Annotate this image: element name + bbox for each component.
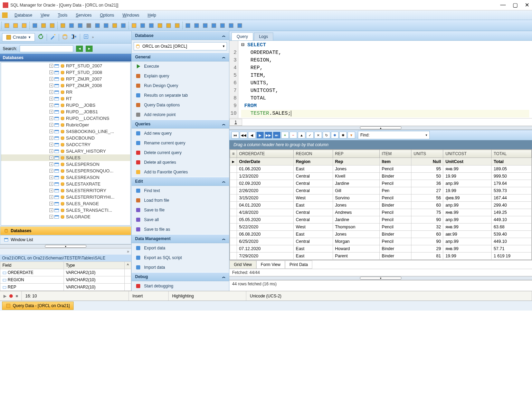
- action-rename-current-query[interactable]: Rename current query: [132, 138, 229, 148]
- table-row[interactable]: 07.12.2020EastHowardBinder29янв.9957.71: [230, 245, 532, 253]
- databases-tab[interactable]: Databases: [0, 226, 131, 235]
- commit-button[interactable]: ✓: [306, 132, 314, 139]
- result-grid[interactable]: ≡ORDERDATEREGIONREPITEMUNITSUNITCOSTTOTA…: [229, 149, 532, 260]
- toolbar-button[interactable]: [85, 22, 93, 29]
- tree-item[interactable]: +RPT_ZMJR_2008: [1, 82, 130, 89]
- tree-item[interactable]: +SALESTERRITORYHI...: [1, 194, 130, 200]
- tree-item[interactable]: +S4SBOOKING_LINE_...: [1, 128, 130, 135]
- toolbar-button[interactable]: [48, 22, 56, 29]
- toolbar-button[interactable]: [94, 22, 101, 29]
- tree-item[interactable]: +SALES: [1, 154, 130, 161]
- toolbar-button[interactable]: [184, 22, 192, 29]
- collapser[interactable]: ▾: [0, 244, 131, 248]
- toolbar-button[interactable]: [20, 22, 28, 29]
- table-row[interactable]: 6/25/2020CentralMorganPencil90апр.99449.…: [230, 238, 532, 245]
- printdata-tab[interactable]: Print Data: [285, 260, 312, 269]
- action-add-to-favorite-queries[interactable]: Add to Favorite Queries: [132, 167, 229, 177]
- action-export-data[interactable]: Export data: [132, 243, 229, 253]
- menu-services[interactable]: Services: [72, 13, 96, 18]
- action-delete-all-queries[interactable]: Delete all queries: [132, 158, 229, 167]
- minimize-button[interactable]: —: [500, 2, 506, 8]
- table-row[interactable]: 7/29/2020EastParentBinder8119.991 619 19: [230, 253, 532, 260]
- next-button[interactable]: ▶: [256, 132, 264, 139]
- formview-tab[interactable]: Form View: [256, 260, 285, 269]
- tree-item[interactable]: +RPT_STUD_2008: [1, 69, 130, 76]
- action-explain-query[interactable]: Explain query: [132, 71, 229, 81]
- cancel-button[interactable]: ✕: [314, 132, 322, 139]
- action-import-data[interactable]: Import data: [132, 263, 229, 272]
- edit-button[interactable]: ▲: [298, 132, 305, 139]
- table-row[interactable]: 02.09.2020CentralJardinePencil36апр.9917…: [230, 180, 532, 187]
- table-row[interactable]: 4/18/2020CentralAndrewsPencil75янв.99149…: [230, 209, 532, 216]
- refresh-icon[interactable]: [38, 34, 44, 41]
- search-input[interactable]: [20, 45, 73, 52]
- find-input[interactable]: [372, 132, 424, 138]
- tree-item[interactable]: +SADCCTRY: [1, 141, 130, 148]
- toolbar-button[interactable]: [76, 22, 84, 29]
- action-save-to-file[interactable]: Save to file: [132, 205, 229, 215]
- toolbar-button[interactable]: [3, 22, 11, 29]
- table-row[interactable]: 04.01.2020EastJonesBinder60апр.99299.40: [230, 202, 532, 209]
- field-cell[interactable]: REGION: [0, 276, 64, 284]
- editor-sheet-tab[interactable]: 1: [229, 119, 242, 126]
- type-col[interactable]: Type: [64, 262, 125, 269]
- stop-icon[interactable]: ■: [16, 294, 18, 298]
- col-header[interactable]: UNITS: [411, 150, 443, 158]
- debug-section-head[interactable]: Debug︽: [132, 272, 229, 281]
- table-row[interactable]: 06.08.2020EastJonesBinder60авг.99539.40: [230, 231, 532, 238]
- toolbar-button[interactable]: [31, 22, 39, 29]
- field-col[interactable]: Field: [0, 262, 64, 269]
- db-icon[interactable]: [62, 34, 68, 41]
- arrows-icon[interactable]: »: [0, 248, 131, 255]
- tree-item[interactable]: +SALESREASON: [1, 174, 130, 181]
- menu-tools[interactable]: Tools: [54, 13, 72, 18]
- table-row[interactable]: 01.06.2020EastJonesPencil95янв.99189.05: [230, 165, 532, 173]
- datamgmt-section-head[interactable]: Data Management︽: [132, 234, 229, 243]
- queries-section-head[interactable]: Queries︽: [132, 120, 229, 129]
- group-hint[interactable]: Drag a column header here to group by th…: [229, 140, 532, 149]
- action-load-from-file[interactable]: Load from file: [132, 196, 229, 205]
- logs-tab[interactable]: Logs: [254, 32, 273, 40]
- action-export-as-sql-script[interactable]: Export as SQL script: [132, 253, 229, 263]
- filter-button[interactable]: ▼: [348, 132, 355, 139]
- toolbar-button[interactable]: [148, 22, 155, 29]
- action-run-design-query[interactable]: Run Design Query: [132, 81, 229, 91]
- action-add-restore-point[interactable]: Add restore point: [132, 110, 229, 120]
- play-icon[interactable]: ▶: [3, 294, 7, 298]
- tree-item[interactable]: +SALES_TRANSACTI...: [1, 207, 130, 213]
- task-tab[interactable]: Query Data - [ORCL on Ora21]: [2, 302, 74, 310]
- toolbar-button[interactable]: [68, 22, 75, 29]
- last-button[interactable]: ⏭: [273, 132, 281, 139]
- query-tab[interactable]: Query: [231, 32, 253, 40]
- toolbar-button[interactable]: [40, 22, 47, 29]
- menu-help[interactable]: Help: [143, 13, 160, 18]
- action-start-debugging[interactable]: Start debugging: [132, 281, 229, 291]
- tree-item[interactable]: +SALGRADE: [1, 213, 130, 220]
- col-header[interactable]: UNITCOST: [443, 150, 492, 158]
- action-delete-current-query[interactable]: Delete current query: [132, 148, 229, 158]
- tree-item[interactable]: +SALESPERSON: [1, 161, 130, 168]
- toolbar-button[interactable]: [156, 22, 164, 29]
- tree-item[interactable]: +SALESPERSONQUO...: [1, 168, 130, 174]
- table-row[interactable]: 1/23/2020CentralKivellBinder5019.99999.5…: [230, 173, 532, 180]
- menu-windows[interactable]: Windows: [118, 13, 144, 18]
- table-row[interactable]: 5/22/2020WestThompsonPencil32янв.9963.68: [230, 224, 532, 231]
- record-icon[interactable]: [9, 294, 13, 298]
- tree-item[interactable]: +RPT_STUD_2007: [1, 63, 130, 69]
- windowlist-tab[interactable]: Window List: [0, 235, 131, 244]
- toolbar-button[interactable]: [102, 22, 110, 29]
- delete-button[interactable]: −: [289, 132, 297, 139]
- db-tree[interactable]: +RPT_STUD_2007+RPT_STUD_2008+RPT_ZMJR_20…: [1, 62, 131, 226]
- field-cell[interactable]: ORDERDATE: [0, 269, 64, 276]
- col-header[interactable]: ORDERDATE: [237, 150, 294, 158]
- col-header[interactable]: REGION: [294, 150, 333, 158]
- bookmark-button[interactable]: ✱: [331, 132, 339, 139]
- search-prev-button[interactable]: ◄: [76, 46, 83, 52]
- db-select[interactable]: ORCL on Ora21 [ORCL] ▼: [134, 42, 227, 50]
- table-row[interactable]: 3/15/2020WestSorvinoPencil56фев.99167.44: [230, 194, 532, 202]
- database-section-head[interactable]: Database︽: [132, 31, 229, 40]
- search-next-button[interactable]: ►: [86, 46, 93, 52]
- action-add-new-query[interactable]: Add new query: [132, 129, 229, 138]
- create-button[interactable]: Create ▼: [2, 33, 35, 41]
- toolbar-button[interactable]: [210, 22, 218, 29]
